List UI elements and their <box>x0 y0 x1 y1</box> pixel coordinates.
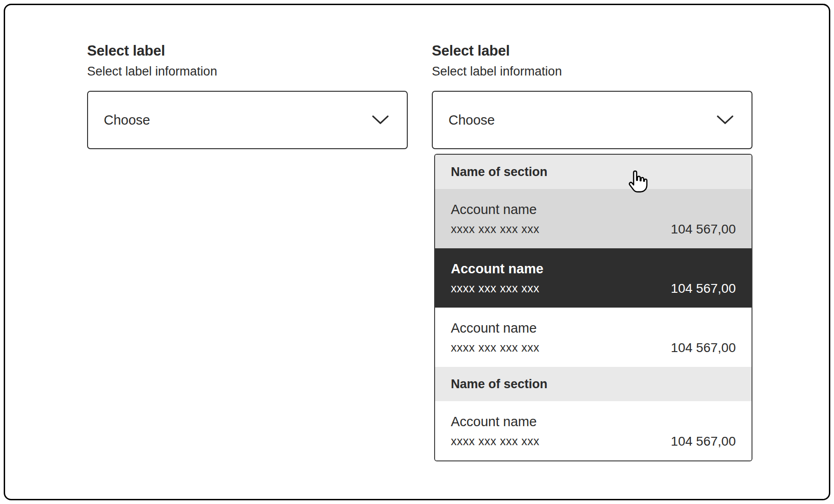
account-info: Account name xxxx xxx xxx xxx <box>451 413 539 448</box>
chevron-down-icon <box>716 115 734 125</box>
account-number: xxxx xxx xxx xxx <box>451 340 539 355</box>
account-info: Account name xxxx xxx xxx xxx <box>451 201 539 236</box>
dropdown-item[interactable]: Account name xxxx xxx xxx xxx 104 567,00 <box>435 189 752 248</box>
account-name: Account name <box>451 201 539 218</box>
account-amount: 104 567,00 <box>671 340 736 355</box>
chevron-down-icon <box>372 115 389 125</box>
account-info: Account name xxxx xxx xxx xxx <box>451 320 539 355</box>
account-name: Account name <box>451 260 543 277</box>
account-info: Account name xxxx xxx xxx xxx <box>451 260 543 296</box>
select-trigger-left[interactable]: Choose <box>87 91 408 149</box>
dropdown-item[interactable]: Account name xxxx xxx xxx xxx 104 567,00 <box>435 248 752 308</box>
select-info: Select label information <box>87 63 408 80</box>
account-amount: 104 567,00 <box>671 281 736 296</box>
select-dropdown: Name of section Account name xxxx xxx xx… <box>434 154 752 461</box>
select-trigger-right[interactable]: Choose <box>432 91 752 149</box>
select-info: Select label information <box>432 63 752 80</box>
dropdown-section-header: Name of section <box>435 155 752 189</box>
select-label: Select label <box>87 43 408 59</box>
account-number: xxxx xxx xxx xxx <box>451 281 543 296</box>
select-field-left: Select label Select label information Ch… <box>87 43 408 149</box>
dropdown-section-header: Name of section <box>435 367 752 401</box>
select-label: Select label <box>432 43 752 59</box>
account-name: Account name <box>451 320 539 336</box>
dropdown-item[interactable]: Account name xxxx xxx xxx xxx 104 567,00 <box>435 401 752 460</box>
select-value: Choose <box>449 113 495 128</box>
account-name: Account name <box>451 413 539 430</box>
account-amount: 104 567,00 <box>671 434 736 448</box>
select-field-right: Select label Select label information Ch… <box>432 43 752 149</box>
account-number: xxxx xxx xxx xxx <box>451 222 539 236</box>
dropdown-item[interactable]: Account name xxxx xxx xxx xxx 104 567,00 <box>435 308 752 367</box>
account-amount: 104 567,00 <box>671 222 736 236</box>
select-value: Choose <box>104 113 150 128</box>
account-number: xxxx xxx xxx xxx <box>451 434 539 448</box>
